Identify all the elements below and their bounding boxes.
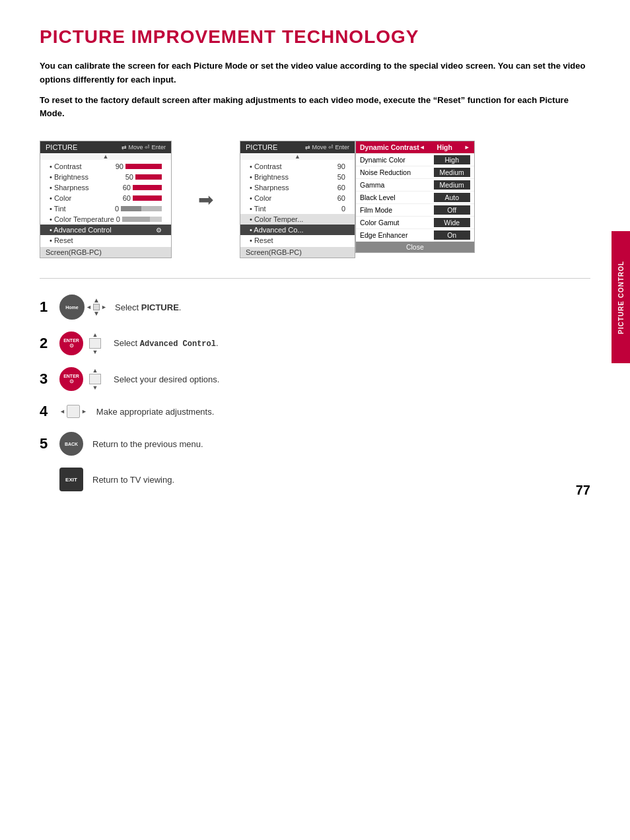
right-menu-item-reset: • Reset [240, 235, 355, 246]
description2: To reset to the factory default screen a… [40, 94, 590, 122]
nav-right-icon-4: ► [81, 408, 87, 415]
page-number: 77 [576, 483, 590, 498]
step-4-row: 4 ◄ ► Make appropriate adjustments. [40, 403, 590, 420]
dynamic-contrast-value: High [427, 143, 463, 152]
step-2-icons: ENTER ⊙ ▲ ▼ [59, 332, 104, 355]
step-5-row: 5 BACK Return to the previous menu. [40, 432, 590, 456]
step-3-number: 3 [40, 370, 50, 388]
step-1-number: 1 [40, 298, 50, 316]
left-menu-footer: Screen(RGB-PC) [40, 247, 171, 258]
step-3-row: 3 ENTER ⊙ ▲ ▼ Select your desired option… [40, 367, 590, 391]
step-exit-text: Return to TV viewing. [92, 475, 174, 485]
step-4-icons: ◄ ► [59, 405, 87, 418]
nav-down-icon: ▼ [93, 310, 100, 317]
left-menu-title: PICTURE [46, 143, 77, 151]
right-menu-area: PICTURE ⇄ Move ⏎ Enter ▲ • Contrast90 • … [240, 141, 475, 258]
right-menu-item-tint: • Tint0 [240, 203, 355, 214]
description1: You can calibrate the screen for each Pi… [40, 59, 590, 87]
step-1-row: 1 Home ▲ ◄ ► ▼ Select PICTURE. [40, 295, 590, 320]
left-menu-item-contrast: • Contrast 90 [40, 161, 171, 172]
nav-ud-3[interactable]: ▲ ▼ [86, 367, 104, 391]
right-menu-up-arrow: ▲ [240, 153, 355, 160]
close-button[interactable]: Close [356, 242, 474, 252]
gear-icon: ⚙ [156, 227, 162, 234]
nav-down-icon-3: ▼ [92, 384, 98, 391]
left-menu-body: • Contrast 90 • Brightness 50 • Sharpnes… [40, 160, 171, 247]
right-menu-header: PICTURE ⇄ Move ⏎ Enter [240, 141, 355, 153]
nav-ud-center [89, 338, 101, 349]
left-menu-move-enter: ⇄ Move ⏎ Enter [122, 144, 166, 151]
step-1-text: Select PICTURE. [115, 302, 181, 312]
noise-reduction-value: Medium [434, 168, 470, 177]
dynamic-color-value: High [434, 155, 470, 164]
right-menu-title: PICTURE [246, 143, 277, 151]
advanced-row-dynamic-contrast: Dynamic Contrast ◄ High ► [356, 141, 474, 154]
right-menu-item-brightness: • Brightness50 [240, 172, 355, 182]
diagram-arrow: ➡ [198, 189, 213, 211]
enter-button-icon-3[interactable]: ENTER ⊙ [59, 367, 83, 391]
advanced-control-panel: Dynamic Contrast ◄ High ► Dynamic Color … [355, 141, 475, 253]
nav-lr-center-4 [67, 405, 80, 418]
advanced-row-dynamic-color: Dynamic Color High [356, 154, 474, 166]
advanced-row-noise-reduction: Noise Reduction Medium [356, 166, 474, 179]
left-menu-up-arrow: ▲ [40, 153, 171, 160]
home-button-icon[interactable]: Home [59, 295, 85, 320]
step-5-number: 5 [40, 435, 50, 452]
step-4-text: Make appropriate adjustments. [96, 407, 214, 417]
gamma-value: Medium [434, 180, 470, 190]
step-1-icons: Home ▲ ◄ ► ▼ [59, 295, 106, 320]
right-menu-item-advanced: • Advanced Co... [240, 225, 355, 235]
nav-lr-4[interactable]: ◄ ► [59, 405, 87, 418]
diagram-area: PICTURE ⇄ Move ⏎ Enter ▲ • Contrast 90 •… [40, 141, 590, 258]
left-menu-item-advanced: • Advanced Control ⚙ [40, 225, 171, 235]
step-exit-icons: EXIT [59, 468, 83, 491]
step-5-icons: BACK [59, 432, 83, 456]
advanced-row-film-mode: Film Mode Off [356, 204, 474, 217]
section-divider [40, 278, 590, 279]
advanced-row-edge-enhancer: Edge Enhancer On [356, 229, 474, 242]
left-menu-item-brightness: • Brightness 50 [40, 172, 171, 182]
nav-down-icon-2: ▼ [92, 349, 98, 355]
nav-cross-1[interactable]: ▲ ◄ ► ▼ [87, 297, 106, 317]
step-2-text: Select Advanced Control. [114, 338, 219, 349]
back-button-icon[interactable]: BACK [59, 432, 83, 456]
step-2-row: 2 ENTER ⊙ ▲ ▼ Select Advanced Control. [40, 332, 590, 355]
nav-up-icon-2: ▲ [92, 332, 98, 338]
left-arrow-icon: ◄ [419, 144, 425, 151]
right-menu-item-contrast: • Contrast90 [240, 161, 355, 172]
nav-left-icon-4: ◄ [59, 408, 65, 415]
right-menu-item-sharpness: • Sharpness60 [240, 182, 355, 193]
left-menu-item-tint: • Tint 0 [40, 203, 171, 214]
left-menu-item-color-temp: • Color Temperature 0 [40, 214, 171, 225]
step-4-number: 4 [40, 403, 50, 420]
film-mode-value: Off [434, 205, 470, 215]
dynamic-contrast-value-arrow: ◄ High ► [419, 143, 470, 152]
nav-up-icon-3: ▲ [92, 367, 98, 374]
side-tab: PICTURE CONTROL [612, 231, 630, 363]
left-menu-item-color: • Color 60 [40, 193, 171, 203]
left-menu-item-sharpness: • Sharpness 60 [40, 182, 171, 193]
left-menu-item-reset: • Reset [40, 235, 171, 246]
right-menu-box: PICTURE ⇄ Move ⏎ Enter ▲ • Contrast90 • … [240, 141, 355, 258]
step-3-icons: ENTER ⊙ ▲ ▼ [59, 367, 104, 391]
right-menu-item-color: • Color60 [240, 193, 355, 203]
left-menu-header: PICTURE ⇄ Move ⏎ Enter [40, 141, 171, 153]
enter-button-icon[interactable]: ENTER ⊙ [59, 332, 83, 355]
edge-enhancer-value: On [434, 230, 470, 240]
nav-up-icon: ▲ [93, 297, 100, 304]
right-menu-footer: Screen(RGB-PC) [240, 247, 355, 258]
steps-area: 1 Home ▲ ◄ ► ▼ Select PICTURE. [40, 295, 590, 491]
nav-ud-2[interactable]: ▲ ▼ [86, 332, 104, 355]
nav-ud-center-3 [89, 374, 101, 384]
right-menu-item-color-temp: • Color Temper... [240, 214, 355, 225]
step-exit-row: 6 EXIT Return to TV viewing. [40, 468, 590, 491]
page-container: PICTURE CONTROL PICTURE IMPROVEMENT TECH… [0, 0, 630, 518]
advanced-row-color-gamut: Color Gamut Wide [356, 217, 474, 229]
page-title: PICTURE IMPROVEMENT TECHNOLOGY [40, 26, 590, 48]
right-menu-body: • Contrast90 • Brightness50 • Sharpness6… [240, 160, 355, 247]
step-5-text: Return to the previous menu. [92, 439, 203, 449]
exit-button-icon[interactable]: EXIT [59, 468, 83, 491]
advanced-row-gamma: Gamma Medium [356, 179, 474, 192]
color-gamut-value: Wide [434, 218, 470, 227]
black-level-value: Auto [434, 193, 470, 202]
